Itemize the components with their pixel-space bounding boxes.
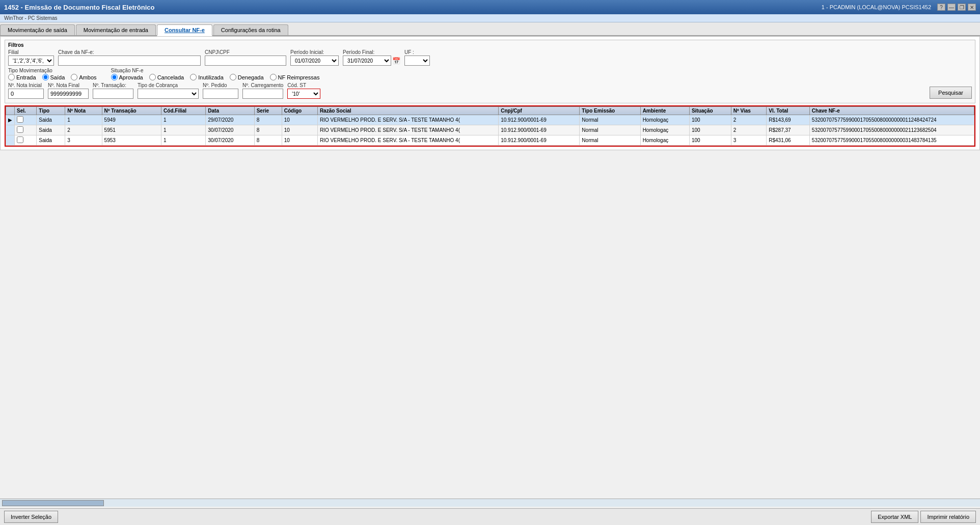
cod-st-select[interactable]: '10' — [287, 89, 320, 99]
table-cell: 1 — [161, 115, 206, 125]
table-cell: Normal — [580, 135, 640, 146]
table-cell: 1 — [161, 135, 206, 146]
col-nf-nota: Nº Nota — [65, 107, 102, 115]
table-cell — [6, 125, 15, 135]
col-arrow — [6, 107, 15, 115]
table-cell: Homologaç — [640, 135, 689, 146]
tipo-cobranca-select[interactable] — [138, 89, 199, 99]
table-cell: 5320070757759900017055008000000003148378… — [809, 135, 974, 146]
nota-inicial-group: Nº. Nota Inicial — [8, 82, 44, 99]
radio-entrada[interactable]: Entrada — [8, 74, 36, 80]
filial-select[interactable]: '1','2','3','4','6',' — [8, 56, 54, 66]
subtitle-bar: WinThor - PC Sistemas — [0, 14, 980, 22]
pedido-input[interactable] — [203, 89, 238, 99]
table-cell: 30/07/2020 — [206, 135, 254, 146]
situacao-nfe-radios: Aprovada Cancelada Inutilizada Denegada — [111, 74, 320, 80]
radio-aprovada-input[interactable] — [111, 74, 118, 80]
col-cnpj-cpf: Cnpj/Cpf — [499, 107, 580, 115]
nota-final-label: Nº. Nota Final — [48, 82, 89, 88]
table-cell[interactable] — [15, 115, 37, 125]
radio-aprovada-label: Aprovada — [119, 74, 143, 80]
table-cell: 30/07/2020 — [206, 125, 254, 135]
table-cell: Normal — [580, 115, 640, 125]
uf-select[interactable] — [404, 56, 430, 66]
filter-row-3: Nº. Nota Inicial Nº. Nota Final Nº. Tran… — [8, 82, 972, 99]
radio-cancelada-input[interactable] — [149, 74, 156, 80]
carregamento-input[interactable] — [242, 89, 283, 99]
table-cell: 2 — [65, 125, 102, 135]
radio-ambos[interactable]: Ambos — [71, 74, 96, 80]
tipo-cobranca-group: Tipo de Cobrança — [138, 82, 199, 99]
col-codigo: Código — [282, 107, 317, 115]
table-header-row: Sel. Tipo Nº Nota Nº Transação Cód.Filia… — [6, 107, 974, 115]
restore-button[interactable]: ❐ — [958, 4, 966, 11]
table-cell: 1 — [161, 125, 206, 135]
tab-consultar[interactable]: Consultar NF-e — [157, 24, 212, 36]
transacao-input[interactable] — [93, 89, 133, 99]
tabs-bar: Movimentação de saída Movimentação de en… — [0, 22, 980, 36]
radio-denegada[interactable]: Denegada — [230, 74, 264, 80]
radio-saida-input[interactable] — [42, 74, 49, 80]
chave-nfe-input[interactable] — [58, 56, 201, 66]
filial-group: Filial '1','2','3','4','6',' — [8, 49, 54, 66]
situacao-nfe-group: Situação NF-e Aprovada Cancelada Inutili… — [111, 68, 320, 80]
radio-entrada-input[interactable] — [8, 74, 15, 80]
radio-reimpressas[interactable]: NF Reimpressas — [270, 74, 320, 80]
filters-title: Filtros — [8, 42, 972, 48]
cnpj-cpf-label: CNPJ\CPF — [205, 49, 286, 55]
cnpj-cpf-input[interactable] — [205, 56, 286, 66]
radio-cancelada[interactable]: Cancelada — [149, 74, 184, 80]
transacao-label: Nº. Transação: — [93, 82, 133, 88]
col-razao-social: Razão Social — [317, 107, 498, 115]
nota-final-input[interactable] — [48, 89, 89, 99]
col-tipo-emissao: Tipo Emissão — [580, 107, 640, 115]
tab-saida[interactable]: Movimentação de saída — [0, 24, 75, 35]
nota-inicial-input[interactable] — [8, 89, 44, 99]
main-content: Filtros Filial '1','2','3','4','6',' Cha… — [0, 36, 980, 150]
table-cell: 100 — [689, 125, 731, 135]
pesquisar-button[interactable]: Pesquisar — [930, 87, 972, 99]
row-checkbox[interactable] — [17, 116, 23, 123]
table-row[interactable]: Saida25951130/07/2020810RIO VERMELHO PRO… — [6, 125, 974, 135]
table-cell: ▶ — [6, 115, 15, 125]
table-cell[interactable] — [15, 135, 37, 146]
filter-row-2: Tipo Movimentação Entrada Saída Ambos — [8, 68, 972, 80]
periodo-final-select[interactable]: 31/07/2020 — [343, 56, 391, 66]
radio-saida[interactable]: Saída — [42, 74, 65, 80]
radio-inutilizada-input[interactable] — [190, 74, 197, 80]
radio-aprovada[interactable]: Aprovada — [111, 74, 143, 80]
close-button[interactable]: ✕ — [968, 4, 976, 11]
radio-inutilizada[interactable]: Inutilizada — [190, 74, 224, 80]
col-situacao: Situação — [689, 107, 731, 115]
table-row[interactable]: ▶Saida15949129/07/2020810RIO VERMELHO PR… — [6, 115, 974, 125]
window-controls[interactable]: ? — ❐ ✕ — [937, 4, 976, 11]
periodo-inicial-select[interactable]: 01/07/2020 — [290, 56, 339, 66]
radio-ambos-label: Ambos — [79, 74, 96, 80]
table-cell[interactable] — [15, 125, 37, 135]
calendar-icon[interactable]: 📅 — [392, 57, 400, 65]
help-button[interactable]: ? — [937, 4, 945, 11]
row-checkbox[interactable] — [17, 126, 23, 133]
cnpj-cpf-group: CNPJ\CPF — [205, 49, 286, 66]
radio-inutilizada-label: Inutilizada — [198, 74, 224, 80]
tab-entrada[interactable]: Movimentação de entrada — [76, 24, 156, 35]
table-cell: 8 — [254, 125, 282, 135]
table-cell: 1 — [65, 115, 102, 125]
minimize-button[interactable]: — — [947, 4, 956, 11]
col-serie: Serie — [254, 107, 282, 115]
table-cell: 3 — [731, 135, 767, 146]
table-cell: R$287,37 — [767, 125, 810, 135]
table-row[interactable]: Saida35953130/07/2020810RIO VERMELHO PRO… — [6, 135, 974, 146]
user-info: 1 - PCADMIN (LOCAL@NOVA) PCSIS1452 — [822, 4, 931, 10]
results-table: Sel. Tipo Nº Nota Nº Transação Cód.Filia… — [6, 106, 974, 146]
radio-ambos-input[interactable] — [71, 74, 77, 80]
table-cell: Saida — [37, 135, 65, 146]
row-checkbox[interactable] — [17, 136, 23, 143]
radio-reimpressas-input[interactable] — [270, 74, 277, 80]
tab-config[interactable]: Configurações da rotina — [213, 24, 288, 35]
col-chave-nfe: Chave NF-e — [809, 107, 974, 115]
tipo-movimentacao-radios: Entrada Saída Ambos — [8, 74, 97, 80]
radio-denegada-input[interactable] — [230, 74, 236, 80]
situacao-nfe-label: Situação NF-e — [111, 68, 320, 73]
filial-label: Filial — [8, 49, 54, 55]
